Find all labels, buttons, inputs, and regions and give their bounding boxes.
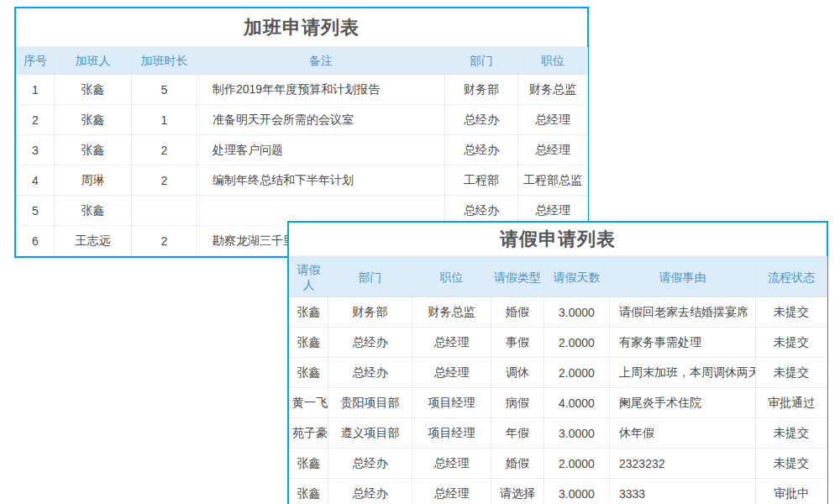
column-header-overtime-person: 加班人 [55,48,132,75]
table-row: 张鑫总经办总经理事假2.0000有家务事需处理未提交 [290,328,827,358]
column-header-department: 部门 [445,48,518,75]
table-cell: 财务部 [445,75,518,105]
table-cell: 2 [132,226,197,256]
page: 加班申请列表 序号 加班人 加班时长 备注 部门 职位 1张鑫5制作2019年年… [0,0,840,504]
leave-table-title: 请假申请列表 [289,223,827,256]
table-row: 3张鑫2处理客户问题总经办总经理 [17,135,588,165]
person-link[interactable]: 苑子豪 [290,418,328,449]
table-cell: 调休 [491,358,544,388]
person-link[interactable]: 张鑫 [290,358,328,388]
table-cell: 2323232 [610,449,756,479]
table-row: 张鑫总经办总经理婚假2.00002323232未提交 [290,449,827,479]
table-row: 张鑫总经办总经理请选择3.00003333审批中 [290,479,827,504]
table-row: 4周琳2编制年终总结和下半年计划工程部工程部总监 [17,165,588,196]
table-cell: 贵阳项目部 [328,388,412,418]
person-link[interactable]: 张鑫 [290,479,328,504]
table-cell: 财务部 [328,297,412,328]
table-cell: 总经办 [328,479,412,504]
table-cell: 未提交 [756,449,827,479]
table-cell: 请假回老家去结婚摆宴席 [610,297,756,328]
table-cell: 有家务事需处理 [610,328,756,358]
table-cell: 审批通过 [756,388,827,418]
column-header-leave-person: 请假人 [290,257,328,297]
column-header-leave-reason: 请假事由 [610,257,756,297]
column-header-leave-days: 请假天数 [544,257,610,297]
table-cell: 处理客户问题 [197,135,445,165]
overtime-header-row: 序号 加班人 加班时长 备注 部门 职位 [17,48,588,75]
table-cell: 项目经理 [412,418,491,449]
table-cell: 请选择 [491,479,544,504]
table-cell: 病假 [491,388,544,418]
table-cell: 审批中 [756,479,827,504]
table-cell: 未提交 [756,418,827,449]
table-cell: 制作2019年年度预算和计划报告 [197,75,445,105]
table-cell: 3.0000 [544,297,610,328]
table-cell: 财务总监 [412,297,491,328]
table-cell: 1 [17,75,55,105]
column-header-position: 职位 [412,257,491,297]
table-row: 2张鑫1准备明天开会所需的会议室总经办总经理 [17,105,588,135]
column-header-position: 职位 [518,48,588,75]
column-header-department: 部门 [328,257,412,297]
person-link[interactable]: 张鑫 [290,449,328,479]
table-cell: 3.0000 [544,418,610,449]
table-cell: 3333 [610,479,756,504]
person-link[interactable]: 张鑫 [290,297,328,328]
column-header-leave-type: 请假类型 [491,257,544,297]
table-cell: 编制年终总结和下半年计划 [197,165,445,196]
person-link[interactable]: 张鑫 [55,196,132,226]
person-link[interactable]: 王志远 [55,226,132,256]
table-cell: 总经办 [328,328,412,358]
table-cell: 休年假 [610,418,756,449]
column-header-overtime-hours: 加班时长 [132,48,197,75]
table-cell: 遵义项目部 [328,418,412,449]
person-link[interactable]: 张鑫 [55,105,132,135]
table-cell: 总经理 [412,328,491,358]
table-cell: 工程部 [445,165,518,196]
table-cell: 阑尾炎手术住院 [610,388,756,418]
table-cell: 2.0000 [544,358,610,388]
table-cell: 事假 [491,328,544,358]
column-header-remark: 备注 [197,48,445,75]
person-link[interactable]: 黄一飞 [290,388,328,418]
leave-table-body: 张鑫财务部财务总监婚假3.0000请假回老家去结婚摆宴席未提交张鑫总经办总经理事… [290,297,827,504]
leave-table-panel: 请假申请列表 请假人 部门 职位 请假类型 请假天数 请假事由 流程状态 张鑫财… [287,221,828,504]
table-cell: 2.0000 [544,449,610,479]
table-cell: 项目经理 [412,388,491,418]
column-header-flow-status: 流程状态 [756,257,827,297]
table-cell: 准备明天开会所需的会议室 [197,105,445,135]
overtime-table-title: 加班申请列表 [16,8,587,47]
table-cell: 6 [17,226,55,256]
table-cell: 财务总监 [518,75,588,105]
table-cell: 2.0000 [544,328,610,358]
table-cell: 总经理 [518,135,588,165]
column-header-seq: 序号 [17,48,55,75]
table-cell: 婚假 [491,449,544,479]
table-cell: 2 [132,135,197,165]
table-row: 1张鑫5制作2019年年度预算和计划报告财务部财务总监 [17,75,588,105]
leave-table: 请假人 部门 职位 请假类型 请假天数 请假事由 流程状态 张鑫财务部财务总监婚… [289,256,827,504]
table-cell: 4.0000 [544,388,610,418]
table-cell: 2 [17,105,55,135]
table-cell: 上周末加班，本周调休两天 [610,358,756,388]
table-cell: 总经办 [445,135,518,165]
table-cell: 3 [17,135,55,165]
table-cell [132,196,197,226]
table-row: 张鑫总经办总经理调休2.0000上周末加班，本周调休两天未提交 [290,358,827,388]
table-cell: 1 [132,105,197,135]
person-link[interactable]: 张鑫 [290,328,328,358]
table-cell: 3.0000 [544,479,610,504]
table-cell: 总经理 [412,449,491,479]
table-cell: 总经办 [328,358,412,388]
table-row: 张鑫财务部财务总监婚假3.0000请假回老家去结婚摆宴席未提交 [290,297,827,328]
leave-header-row: 请假人 部门 职位 请假类型 请假天数 请假事由 流程状态 [290,257,827,297]
table-cell: 婚假 [491,297,544,328]
table-row: 黄一飞贵阳项目部项目经理病假4.0000阑尾炎手术住院审批通过 [290,388,827,418]
person-link[interactable]: 张鑫 [55,135,132,165]
person-link[interactable]: 周琳 [55,165,132,196]
person-link[interactable]: 张鑫 [55,75,132,105]
table-cell: 工程部总监 [518,165,588,196]
table-cell: 总经理 [412,358,491,388]
table-cell: 总经理 [412,479,491,504]
table-cell: 4 [17,165,55,196]
